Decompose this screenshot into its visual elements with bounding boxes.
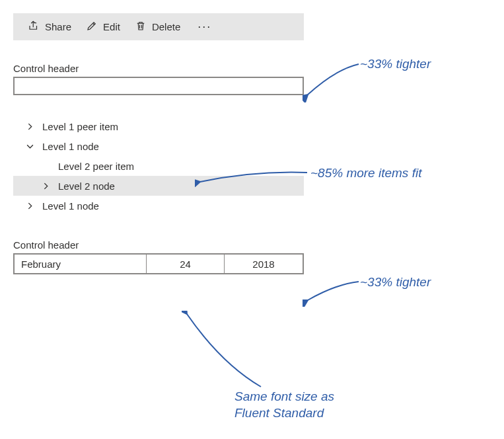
tree-item[interactable]: Level 2 node [13, 176, 304, 196]
delete-label: Delete [152, 21, 180, 32]
chevron-right-icon [25, 202, 34, 210]
tree-item[interactable]: Level 1 node [13, 196, 304, 216]
command-toolbar: Share Edit Delete ··· [13, 13, 304, 40]
tree-item-label: Level 2 peer item [58, 161, 134, 172]
date-month-field[interactable]: February [15, 255, 147, 273]
annotation-text: ~33% tighter [360, 56, 431, 73]
chevron-right-icon [25, 123, 34, 130]
textbox-section: Control header [13, 63, 304, 95]
tree-view: Level 1 peer item Level 1 node Level 2 p… [13, 116, 304, 216]
control-header: Control header [13, 239, 304, 251]
edit-label: Edit [103, 21, 120, 32]
tree-item-label: Level 1 node [42, 141, 99, 152]
datepicker-section: Control header February 24 2018 [13, 239, 304, 274]
share-icon [28, 20, 40, 34]
date-day-value: 24 [180, 259, 191, 270]
annotation-text: Same font size as Fluent Standard [234, 389, 380, 421]
control-header: Control header [13, 63, 304, 74]
share-label: Share [45, 21, 71, 32]
tree-item-label: Level 1 peer item [42, 121, 118, 132]
tree-item[interactable]: Level 1 node [13, 136, 304, 156]
tree-item[interactable]: Level 1 peer item [13, 116, 304, 136]
overflow-button[interactable]: ··· [195, 20, 214, 34]
date-day-field[interactable]: 24 [147, 255, 225, 273]
annotation-line: Fluent Standard [234, 406, 324, 420]
annotation-line: Same font size as [234, 389, 334, 403]
share-button[interactable]: Share [28, 20, 71, 34]
arrow-icon [303, 63, 362, 102]
arrow-icon [303, 280, 362, 307]
date-year-field[interactable]: 2018 [225, 255, 303, 273]
chevron-down-icon [25, 143, 34, 150]
date-picker: February 24 2018 [13, 253, 304, 274]
edit-icon [86, 20, 98, 34]
text-input[interactable] [13, 77, 304, 95]
annotation-text: ~85% more items fit [310, 165, 421, 182]
arrow-icon [182, 311, 268, 390]
date-month-value: February [21, 259, 61, 270]
edit-button[interactable]: Edit [86, 20, 120, 34]
tree-item-label: Level 1 node [42, 200, 99, 212]
delete-icon [135, 20, 147, 34]
chevron-right-icon [41, 182, 50, 190]
tree-item[interactable]: Level 2 peer item [13, 156, 304, 176]
overflow-icon: ··· [198, 20, 211, 33]
tree-item-label: Level 2 node [58, 180, 115, 192]
date-year-value: 2018 [252, 259, 274, 270]
delete-button[interactable]: Delete [135, 20, 180, 34]
annotation-text: ~33% tighter [360, 274, 431, 291]
